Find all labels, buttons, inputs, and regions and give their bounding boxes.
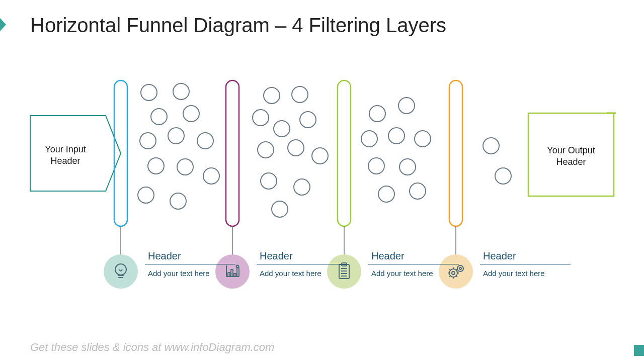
layer-3-callout: Header Add your text here xyxy=(368,250,459,279)
funnel-diagram xyxy=(0,0,644,362)
particle xyxy=(151,109,167,125)
particle xyxy=(398,98,415,114)
particle xyxy=(368,158,384,174)
particle xyxy=(415,131,431,147)
particle xyxy=(495,168,511,184)
particle xyxy=(274,121,290,137)
layer-4-body: Add your text here xyxy=(480,268,571,279)
layer-4-callout: Header Add your text here xyxy=(480,250,571,279)
layer-3-header: Header xyxy=(368,250,459,264)
particle xyxy=(399,159,416,175)
layer-1-body: Add your text here xyxy=(145,268,235,279)
layer-2-callout: Header Add your text here xyxy=(257,250,347,279)
output-label: Your Output Header xyxy=(534,145,608,167)
particle xyxy=(258,142,274,158)
filter-pill-3 xyxy=(338,80,351,226)
particle xyxy=(140,133,156,149)
layer-1-header: Header xyxy=(145,250,235,264)
particle xyxy=(410,183,426,199)
particle xyxy=(264,87,280,104)
particle xyxy=(203,168,219,184)
layer-4-header: Header xyxy=(480,250,571,264)
particle xyxy=(292,86,308,103)
corner-accent xyxy=(634,345,644,356)
footer-text: Get these slides & icons at www.infoDiag… xyxy=(30,341,274,354)
particle xyxy=(148,158,164,174)
particle xyxy=(138,187,154,203)
particle xyxy=(288,140,304,156)
particle xyxy=(177,159,193,175)
particle xyxy=(261,173,277,189)
particle xyxy=(312,148,328,164)
layer-1-callout: Header Add your text here xyxy=(145,250,235,279)
layer-2-header: Header xyxy=(257,250,347,264)
particle xyxy=(300,112,316,128)
particle xyxy=(483,138,499,154)
particle xyxy=(378,186,394,202)
particle xyxy=(272,201,288,217)
particle xyxy=(361,131,377,147)
particle xyxy=(168,128,184,144)
particle xyxy=(173,83,189,100)
particle xyxy=(183,106,199,122)
particle xyxy=(170,193,186,209)
particle xyxy=(141,84,157,101)
particle xyxy=(369,106,385,122)
particle xyxy=(253,110,269,126)
layer-2-body: Add your text here xyxy=(257,268,347,279)
particle xyxy=(388,128,405,144)
filter-pill-4 xyxy=(449,80,462,226)
particle xyxy=(294,179,310,195)
input-label: Your Input Header xyxy=(35,144,96,166)
particle xyxy=(197,133,213,149)
filter-pill-2 xyxy=(226,80,239,226)
layer-3-body: Add your text here xyxy=(368,268,459,279)
